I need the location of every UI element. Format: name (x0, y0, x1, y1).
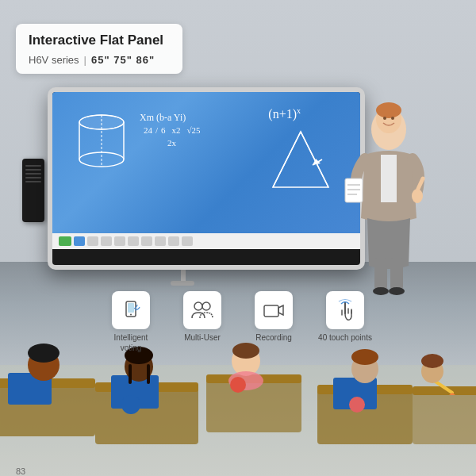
svg-point-58 (349, 397, 365, 413)
series-name: H6V series (29, 54, 79, 66)
multi-user-icon-box (183, 291, 221, 329)
speaker-line (25, 177, 41, 178)
svg-point-44 (121, 395, 140, 414)
feature-touch-points: 40 touch points (317, 291, 373, 343)
toolbar-btn-2[interactable] (101, 236, 112, 246)
speaker-line (25, 165, 41, 167)
svg-point-54 (230, 377, 246, 393)
svg-rect-22 (374, 258, 387, 290)
toolbar-btn-8[interactable] (182, 236, 193, 246)
multi-user-label: Multi-User (184, 332, 221, 343)
svg-rect-33 (264, 305, 278, 317)
svg-point-66 (421, 354, 443, 368)
math-fraction: 24/6 x2 √25 (144, 125, 201, 135)
svg-rect-23 (390, 258, 403, 290)
display-panel: Xm (b-a Yi) 24/6 x2 √25 2x (n+1)x (48, 87, 365, 270)
svg-rect-29 (128, 303, 134, 313)
recording-icon-box (255, 291, 293, 329)
svg-text:83: 83 (16, 466, 25, 476)
svg-marker-34 (278, 305, 283, 315)
camera-icon (262, 299, 286, 321)
svg-point-40 (28, 344, 60, 363)
panel-base (171, 281, 194, 286)
svg-marker-6 (273, 132, 328, 187)
svg-line-8 (301, 132, 328, 187)
speaker-device (22, 159, 44, 222)
intelligent-voting-label: Intelligent voting (103, 332, 159, 353)
svg-rect-47 (129, 364, 132, 384)
svg-rect-48 (147, 364, 150, 384)
svg-point-31 (194, 302, 202, 310)
toolbar-btn-5[interactable] (141, 236, 152, 246)
toolbar-btn-7[interactable] (168, 236, 179, 246)
users-icon (190, 299, 214, 321)
speaker-line (25, 169, 41, 171)
triangle-drawing (265, 124, 336, 195)
toolbar-btn-pencil[interactable] (74, 236, 85, 246)
svg-point-27 (391, 117, 394, 120)
recording-label: Recording (255, 332, 292, 343)
math-2x: 2x (167, 138, 176, 148)
product-title: Interactive Flat Panel (29, 32, 170, 49)
feature-recording: Recording (246, 291, 301, 343)
svg-marker-10 (313, 159, 321, 165)
speaker-line (25, 173, 41, 175)
toolbar-btn-green[interactable] (59, 236, 71, 246)
speaker-grill (25, 165, 41, 182)
svg-point-32 (202, 302, 210, 310)
toolbar-btn-3[interactable] (114, 236, 125, 246)
svg-rect-61 (413, 389, 476, 444)
cylinder-drawing (76, 108, 124, 171)
toolbar-btn-1[interactable] (87, 236, 98, 246)
product-info-box: Interactive Flat Panel H6V series | 65" … (16, 24, 182, 74)
svg-rect-14 (381, 155, 397, 202)
svg-point-25 (389, 287, 405, 295)
teacher-figure (337, 99, 440, 298)
feature-intelligent-voting: Intelligent voting (103, 291, 159, 353)
page-wrapper: Interactive Flat Panel H6V series | 65" … (0, 0, 476, 476)
touch-points-label: 40 touch points (318, 332, 372, 343)
svg-rect-18 (345, 178, 363, 202)
series-line: H6V series | 65" 75" 86" (29, 54, 170, 66)
math-text-xm: Xm (b-a Yi) (140, 112, 186, 124)
screen-toolbar (52, 233, 360, 249)
svg-line-7 (273, 132, 301, 187)
feature-multi-user: Multi-User (175, 291, 230, 343)
touch-points-icon-box (326, 291, 364, 329)
series-divider: | (84, 54, 86, 66)
svg-point-26 (383, 117, 386, 120)
toolbar-btn-4[interactable] (128, 236, 139, 246)
speaker-line (25, 181, 41, 182)
svg-point-13 (376, 102, 401, 118)
display-screen: Xm (b-a Yi) 24/6 x2 √25 2x (n+1)x (52, 92, 360, 249)
svg-point-30 (130, 314, 132, 316)
screen-content: Xm (b-a Yi) 24/6 x2 √25 2x (n+1)x (52, 92, 360, 249)
touch-icon (333, 299, 357, 321)
features-row: Intelligent voting Multi-User (103, 291, 373, 353)
svg-point-15 (412, 189, 423, 203)
product-sizes: 65" 75" 86" (91, 54, 155, 66)
math-formula-main: (n+1)x (268, 106, 301, 121)
svg-point-24 (373, 287, 389, 295)
intelligent-voting-icon-box (112, 291, 150, 329)
phone-vote-icon (120, 299, 142, 321)
toolbar-btn-6[interactable] (155, 236, 166, 246)
